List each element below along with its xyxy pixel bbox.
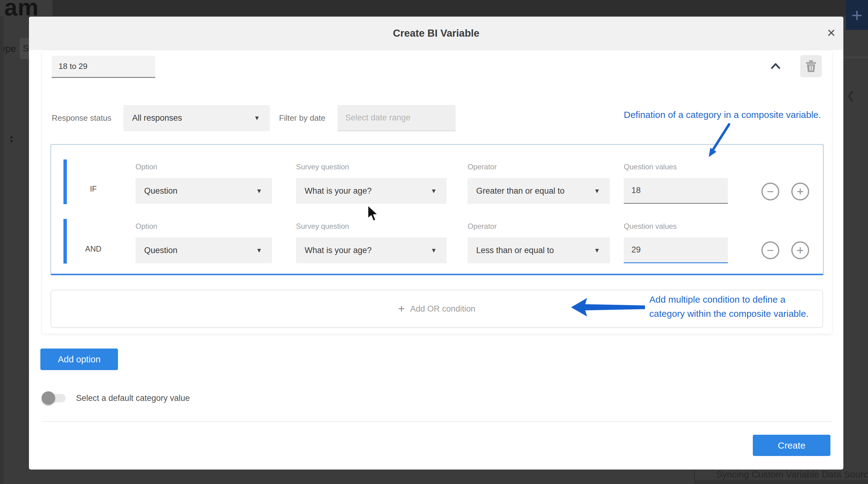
operator-label: Operator bbox=[468, 163, 610, 171]
dialog-title: Create BI Variable bbox=[29, 17, 843, 50]
question-values-label: Question values bbox=[624, 163, 728, 171]
question-value: 29 bbox=[631, 237, 641, 262]
remove-value-button[interactable]: − bbox=[762, 183, 779, 200]
condition-connector: AND bbox=[75, 245, 112, 253]
dropdown-arrow-icon: ▼ bbox=[431, 178, 437, 204]
survey-question-value: What is your age? bbox=[305, 237, 372, 263]
add-option-label: Add option bbox=[58, 354, 101, 364]
background-tab-chip: S bbox=[20, 38, 29, 59]
response-status-label: Response status bbox=[52, 105, 112, 131]
operator-dropdown[interactable]: Greater than or equal to ▼ bbox=[468, 178, 610, 204]
background-table-row bbox=[694, 480, 868, 484]
footer-divider bbox=[41, 421, 832, 422]
annotation-line-1: Add multiple condition to define a bbox=[649, 292, 809, 306]
mouse-cursor bbox=[367, 204, 381, 224]
option-value: Question bbox=[144, 237, 178, 263]
question-value-input[interactable]: 18 bbox=[624, 178, 728, 204]
add-value-button[interactable]: + bbox=[791, 183, 809, 200]
survey-question-label: Survey question bbox=[296, 163, 446, 171]
background-status-text: Syncing Custom Variable Data Source bbox=[716, 469, 868, 480]
option-dropdown[interactable]: Question ▼ bbox=[135, 237, 272, 263]
add-condition-arrow bbox=[570, 296, 647, 318]
chevron-up-icon bbox=[768, 59, 783, 73]
operator-dropdown[interactable]: Less than or equal to ▼ bbox=[468, 237, 610, 263]
add-new-button[interactable]: + bbox=[846, 0, 868, 30]
sort-icon: ▲ ▼ bbox=[9, 134, 14, 143]
trash-icon bbox=[805, 60, 816, 73]
dialog-header: Create BI Variable × bbox=[29, 17, 843, 50]
plus-icon: + bbox=[398, 302, 405, 315]
default-category-label: Select a default category value bbox=[76, 393, 190, 403]
create-bi-variable-dialog: Create BI Variable × 18 to 29 Response s… bbox=[29, 17, 843, 470]
background-tab-chip-label: S bbox=[23, 43, 29, 54]
question-value: 18 bbox=[631, 178, 641, 203]
dropdown-arrow-icon: ▼ bbox=[431, 237, 437, 263]
create-button[interactable]: Create bbox=[753, 435, 830, 456]
option-dropdown[interactable]: Question ▼ bbox=[135, 178, 272, 204]
dropdown-arrow-icon: ▼ bbox=[254, 105, 260, 131]
definition-arrow bbox=[704, 123, 735, 160]
background-row-divider bbox=[843, 57, 868, 58]
response-status-dropdown[interactable]: All responses ▼ bbox=[124, 105, 270, 131]
remove-value-button[interactable]: − bbox=[762, 241, 779, 259]
collapse-category-button[interactable] bbox=[768, 59, 783, 73]
toggle-knob[interactable] bbox=[41, 391, 55, 405]
minus-icon: − bbox=[767, 185, 774, 198]
filter-by-date-label: Filter by date bbox=[279, 105, 325, 131]
operator-label: Operator bbox=[468, 222, 610, 231]
date-range-placeholder: Select date range bbox=[345, 105, 411, 131]
question-value-input[interactable]: 29 bbox=[624, 237, 728, 263]
option-label: Option bbox=[135, 163, 272, 171]
category-card: 18 to 29 Response status All responses ▼… bbox=[41, 50, 832, 334]
add-or-condition-label: Add OR condition bbox=[410, 304, 475, 314]
definition-annotation: Defination of a category in a composite … bbox=[624, 109, 821, 120]
date-range-input[interactable]: Select date range bbox=[338, 105, 456, 131]
category-name-value: 18 to 29 bbox=[59, 56, 88, 77]
response-status-value: All responses bbox=[132, 105, 182, 131]
annotation-line-2: category within the composite variable. bbox=[649, 306, 809, 321]
plus-icon: + bbox=[797, 185, 804, 198]
operator-value: Less than or equal to bbox=[476, 237, 554, 263]
survey-question-dropdown[interactable]: What is your age? ▼ bbox=[296, 178, 446, 204]
option-value: Question bbox=[144, 178, 178, 204]
condition-accent-bar bbox=[63, 160, 67, 204]
plus-icon: + bbox=[797, 244, 804, 256]
background-table-edge bbox=[0, 16, 3, 484]
add-option-button[interactable]: Add option bbox=[40, 349, 118, 370]
dropdown-arrow-icon: ▼ bbox=[594, 237, 600, 263]
option-label: Option bbox=[135, 222, 272, 231]
question-values-label: Question values bbox=[624, 222, 728, 231]
app-topbar bbox=[52, 0, 846, 16]
operator-value: Greater than or equal to bbox=[476, 178, 565, 204]
plus-icon: + bbox=[851, 4, 863, 26]
delete-category-button[interactable] bbox=[800, 55, 822, 77]
create-label: Create bbox=[778, 440, 805, 451]
condition-group: IF Option Question ▼ Survey question Wha… bbox=[51, 144, 824, 275]
add-value-button[interactable]: + bbox=[791, 241, 809, 259]
dropdown-arrow-icon: ▼ bbox=[256, 178, 262, 204]
category-name-input[interactable]: 18 to 29 bbox=[52, 56, 155, 78]
add-condition-annotation: Add multiple condition to define a categ… bbox=[649, 292, 809, 321]
dropdown-arrow-icon: ▼ bbox=[256, 237, 262, 263]
minus-icon: − bbox=[767, 244, 774, 256]
survey-question-value: What is your age? bbox=[305, 178, 372, 204]
chevron-left-icon: ❮ bbox=[846, 89, 856, 102]
dropdown-arrow-icon: ▼ bbox=[594, 178, 600, 204]
condition-accent-bar bbox=[63, 219, 67, 263]
close-icon[interactable]: × bbox=[827, 17, 835, 50]
condition-connector: IF bbox=[75, 185, 112, 193]
survey-question-dropdown[interactable]: What is your age? ▼ bbox=[296, 237, 446, 263]
